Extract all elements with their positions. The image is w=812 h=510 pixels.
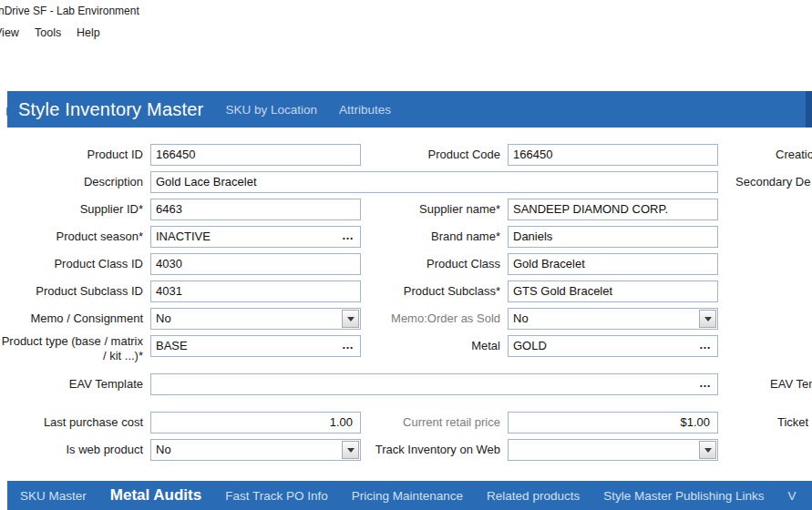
product-id-label: Product ID <box>0 144 143 166</box>
tab-sku-by-location[interactable]: SKU by Location <box>225 103 317 117</box>
header-edge-decoration <box>806 91 812 128</box>
chevron-down-icon <box>704 317 712 321</box>
description-input[interactable]: Gold Lace Bracelet <box>150 171 718 193</box>
page-title: Style Inventory Master <box>18 99 203 120</box>
memo-consignment-label: Memo / Consignment <box>0 308 143 330</box>
memo-consignment-dropdown-button[interactable] <box>342 310 359 328</box>
menu-tools[interactable]: Tools <box>35 26 61 39</box>
product-class-label: Product Class <box>365 253 500 275</box>
menu-view[interactable]: View <box>0 26 19 39</box>
is-web-product-label: Is web product <box>0 439 143 461</box>
menu-bar: View Tools Help ✕ Inventory Master <box>0 22 812 46</box>
eav-template-label: EAV Template <box>0 373 143 395</box>
secondary-description-label-cutoff: Secondary De <box>735 171 810 193</box>
memo-order-as-sold-label: Memo:Order as Sold <box>365 308 500 330</box>
bottom-tab-bar: SKU Master Metal Audits Fast Track PO In… <box>7 481 812 510</box>
title-bar: nDrive SF - Lab Environment <box>0 0 812 22</box>
tab-style-master-publishing-links[interactable]: Style Master Publishing Links <box>603 489 764 503</box>
is-web-product-combobox[interactable]: No <box>150 439 361 461</box>
metal-ellipsis-button[interactable]: … <box>699 335 712 356</box>
metal-value: GOLD <box>513 339 547 352</box>
product-type-input[interactable]: BASE … <box>150 335 361 357</box>
tab-cutoff[interactable]: V <box>788 489 797 503</box>
tab-pricing-maintenance[interactable]: Pricing Maintenance <box>352 489 463 503</box>
toolbar <box>0 46 812 87</box>
product-subclass-label: Product Subclass* <box>365 280 500 302</box>
last-purchase-cost-label: Last purchase cost <box>0 412 143 434</box>
track-inventory-on-web-label: Track Inventory on Web <box>365 439 500 461</box>
tab-metal-audits[interactable]: Metal Audits <box>110 486 201 505</box>
product-season-label: Product season* <box>0 226 143 248</box>
product-type-value: BASE <box>156 339 188 352</box>
supplier-name-label: Supplier name* <box>365 199 500 220</box>
product-subclass-id-input[interactable]: 4031 <box>150 280 361 302</box>
tab-sku-master[interactable]: SKU Master <box>20 489 87 503</box>
product-class-id-label: Product Class ID <box>0 253 143 275</box>
metal-label: Metal <box>365 335 500 357</box>
track-inventory-on-web-dropdown-button[interactable] <box>699 441 716 459</box>
memo-order-as-sold-dropdown-button[interactable] <box>699 310 716 328</box>
page-header: Style Inventory Master SKU by Location A… <box>7 91 812 128</box>
product-season-input[interactable]: INACTIVE … <box>150 226 361 248</box>
eav-template-ellipsis-button[interactable]: … <box>699 373 712 394</box>
is-web-product-value: No <box>156 443 171 456</box>
tab-attributes[interactable]: Attributes <box>339 103 391 117</box>
chevron-down-icon <box>347 448 355 453</box>
tab-fast-track-po-info[interactable]: Fast Track PO Info <box>225 489 328 503</box>
current-retail-price-label: Current retail price <box>365 412 500 434</box>
supplier-id-input[interactable]: 6463 <box>150 199 361 220</box>
product-class-input[interactable]: Gold Bracelet <box>508 253 718 275</box>
product-code-input[interactable]: 166450 <box>508 144 718 166</box>
last-purchase-cost-input[interactable]: 1.00 <box>150 412 361 434</box>
metal-input[interactable]: GOLD … <box>508 335 718 357</box>
current-retail-price-input[interactable]: $1.00 <box>508 412 718 434</box>
ticket-label-cutoff: Ticket <box>777 412 808 434</box>
supplier-id-label: Supplier ID* <box>0 199 143 220</box>
product-class-id-input[interactable]: 4030 <box>150 253 361 275</box>
brand-name-input[interactable]: Daniels <box>508 226 718 248</box>
track-inventory-on-web-combobox[interactable] <box>508 439 718 461</box>
brand-name-label: Brand name* <box>365 226 500 248</box>
product-subclass-input[interactable]: GTS Gold Bracelet <box>508 280 718 302</box>
memo-consignment-combobox[interactable]: No <box>150 308 361 330</box>
product-season-ellipsis-button[interactable]: … <box>342 226 355 247</box>
eav-template-input[interactable]: … <box>150 373 718 395</box>
memo-order-as-sold-combobox[interactable]: No <box>508 308 718 330</box>
supplier-name-input[interactable]: SANDEEP DIAMOND CORP. <box>508 199 718 220</box>
chevron-down-icon <box>347 317 355 321</box>
product-type-label: Product type (base / matrix / kit ...)* <box>0 334 143 363</box>
creation-label-cutoff: Creatio <box>776 144 812 166</box>
product-id-input[interactable]: 166450 <box>150 144 361 166</box>
product-season-value: INACTIVE <box>156 230 211 243</box>
eav-template-label-cutoff: EAV Tem <box>770 373 812 395</box>
product-subclass-id-label: Product Subclass ID <box>0 280 143 302</box>
menu-help[interactable]: Help <box>77 26 100 39</box>
product-code-label: Product Code <box>365 144 500 166</box>
product-type-ellipsis-button[interactable]: … <box>342 335 355 356</box>
chevron-down-icon <box>704 448 712 453</box>
description-label: Description <box>0 171 143 193</box>
window-title: nDrive SF - Lab Environment <box>0 5 139 17</box>
is-web-product-dropdown-button[interactable] <box>342 441 359 459</box>
memo-order-as-sold-value: No <box>513 311 529 325</box>
app-window: nDrive SF - Lab Environment View Tools H… <box>0 0 812 510</box>
memo-consignment-value: No <box>156 311 171 325</box>
tab-related-products[interactable]: Related products <box>487 489 580 503</box>
